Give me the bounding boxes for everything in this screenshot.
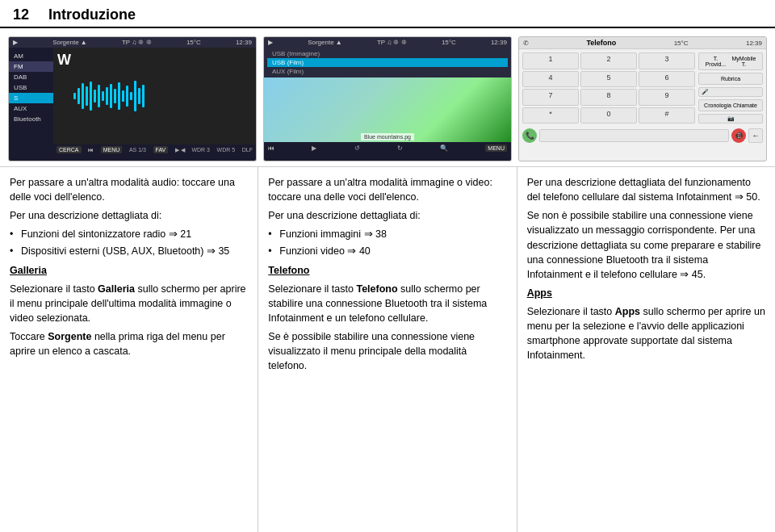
end-call-button[interactable]: 📵 [731,128,746,143]
screen2-label: Sorgente ▲ [308,39,342,46]
btn-rubrica[interactable]: Rubrica [698,73,763,85]
menu-bluetooth[interactable]: Bluetooth [9,114,53,124]
ctrl-rotate-right[interactable]: ↻ [397,145,403,152]
screen3-bottom: 📞 📵 ← [519,127,766,145]
dial-3[interactable]: 3 [639,52,695,69]
col1-bullet-2: Dispositivi esterni (USB, AUX, Bluetooth… [10,244,248,258]
menu-fm[interactable]: FM [9,61,53,72]
btn-fav[interactable]: FAV [153,146,169,153]
main-content: Per passare a un'altra modalità audio: t… [0,167,775,532]
screen2-image: Blue mountains.pg [264,77,511,142]
btn-camera[interactable]: 📷 [698,114,763,124]
col3-intro: Per una descrizione dettagliata del funz… [527,175,765,204]
dropdown-usb-film[interactable]: USB (Film) [267,58,508,67]
waveform [73,80,236,112]
col1-galleria-text: Selezionare il tasto Galleria sullo sche… [10,282,248,325]
screen2-icons: TP ♫ ❊ ❊ [377,39,407,46]
col1-bullet-1: Funzioni del sintonizzatore radio ⇒ 21 [10,227,248,241]
screen1-sidebar: AM FM DAB USB S AUX Bluetooth [9,48,53,155]
menu-s[interactable]: S [9,93,53,103]
screen3-header: ✆ Telefono 15°C 12:39 [519,37,766,49]
screen2-filename: Blue mountains.pg [361,133,414,140]
screen1-icons: TP ♫ ❊ ❊ [122,39,152,46]
column-1: Per passare a un'altra modalità audio: t… [0,167,258,532]
screen3-right: T. Provid... MyMobile T. Rubrica 🎤 Crono… [698,52,763,124]
back-button[interactable]: ← [748,128,763,143]
dial-0[interactable]: 0 [580,107,637,124]
screen3-content: 1 2 3 4 5 6 7 8 9 * 0 # T. Provid... MyM… [519,49,766,127]
screenshot-phone: ✆ Telefono 15°C 12:39 1 2 3 4 5 6 7 8 9 … [518,36,767,161]
ctrl-rotate-left[interactable]: ↺ [354,145,360,152]
col3-section-apps: Apps [527,286,765,300]
screen2-source-icon: ▶ [268,39,273,46]
ctrl-play[interactable]: ▶ [312,145,316,152]
dial-7[interactable]: 7 [522,89,579,106]
call-button[interactable]: 📞 [522,128,537,143]
btn-mic[interactable]: 🎤 [698,87,763,97]
dialpad: 1 2 3 4 5 6 7 8 9 * 0 # [522,52,695,124]
col2-bullet-1: Funzioni immagini ⇒ 38 [268,227,506,241]
provider-label: T. Provid... [702,56,729,67]
provider-name: MyMobile T. [729,56,759,67]
dropdown-usb-immagine[interactable]: USB (Immagine) [267,49,508,58]
screenshot-radio: ▶ Sorgente ▲ TP ♫ ❊ ❊ 15°C 12:39 AM FM D… [8,36,257,161]
screen2-temp: 15°C [442,39,456,46]
btn-cerca[interactable]: CERCA [57,146,82,153]
screen3-title: Telefono [586,39,616,47]
screen1-bottom: CERCA ⏭ MENU AS 1/3 FAV ▶ ◀ WDR 3 WDR 5 … [53,145,256,155]
menu-aux[interactable]: AUX [9,103,53,114]
screen3-time: 12:39 [746,40,762,47]
screen1-header: ▶ Sorgente ▲ TP ♫ ❊ ❊ 15°C 12:39 [9,37,256,48]
dial-9[interactable]: 9 [639,89,695,106]
dropdown-aux-film[interactable]: AUX (Film) [267,67,508,76]
btn-cronologia[interactable]: Cronologia Chiamate [698,99,763,111]
screen2-controls: ⏮ ▶ ↺ ↻ 🔍 MENU [264,142,511,154]
col2-connessione-text: Se è possibile stabilire una connessione… [268,329,506,373]
dial-5[interactable]: 5 [580,71,637,88]
btn-menu[interactable]: MENU [101,146,123,153]
screen1-source-icon: ▶ [13,39,18,46]
screen1-label: Sorgente ▲ [52,39,87,46]
ctrl-zoom[interactable]: 🔍 [440,145,448,152]
screen1-content: AM FM DAB USB S AUX Bluetooth W [9,48,256,155]
dial-1[interactable]: 1 [522,52,579,69]
col1-sorgente-text: Toccare Sorgente nella prima riga del me… [10,329,248,358]
col3-apps-text: Selezionare il tasto Apps sullo schermo … [527,304,765,363]
col2-bullets: Funzioni immagini ⇒ 38 Funzioni video ⇒ … [268,227,506,258]
dial-4[interactable]: 4 [522,71,579,88]
phone-provider: T. Provid... MyMobile T. [698,52,763,70]
col1-section-galleria: Galleria [10,263,248,278]
dial-6[interactable]: 6 [639,71,695,88]
col1-intro: Per passare a un'altra modalità audio: t… [10,175,248,204]
col3-connessione-text: Se non è possibile stabilire una conness… [527,208,765,282]
dial-8[interactable]: 8 [580,89,637,106]
screen1-temp: 15°C [186,39,201,46]
col2-intro: Per passare a un'altra modalità immagine… [268,175,506,204]
screen2-time: 12:39 [491,39,507,46]
screen3-icon: ✆ [523,40,529,47]
page-header: 12 Introduzione [0,0,775,28]
page-number: 12 [13,6,29,23]
col1-desc: Per una descrizione dettagliata di: [10,208,248,223]
column-2: Per passare a un'altra modalità immagine… [258,167,517,532]
col2-section-telefono: Telefono [268,263,506,278]
dial-2[interactable]: 2 [580,52,637,69]
page-title: Introduzione [48,6,136,23]
screen2-dropdowns: USB (Immagine) USB (Film) AUX (Film) [264,48,511,77]
menu-am[interactable]: AM [9,51,53,61]
ctrl-menu[interactable]: MENU [485,145,507,152]
screenshots-row: ▶ Sorgente ▲ TP ♫ ❊ ❊ 15°C 12:39 AM FM D… [0,28,775,167]
dial-star[interactable]: * [522,107,579,124]
menu-dab[interactable]: DAB [9,72,53,82]
column-3: Per una descrizione dettagliata del funz… [517,167,775,532]
screen1-main: W [53,48,256,155]
col2-telefono-text: Selezionare il tasto Telefono sullo sche… [268,282,506,325]
screen3-temp: 15°C [674,40,689,47]
dial-hash[interactable]: # [639,107,695,124]
screen1-time: 12:39 [236,39,252,46]
col2-bullet-2: Funzioni video ⇒ 40 [268,244,506,258]
screenshot-usb: ▶ Sorgente ▲ TP ♫ ❊ ❊ 15°C 12:39 USB (Im… [263,36,512,161]
ctrl-prev[interactable]: ⏮ [268,145,274,152]
menu-usb[interactable]: USB [9,82,53,93]
phone-input[interactable] [539,129,729,142]
